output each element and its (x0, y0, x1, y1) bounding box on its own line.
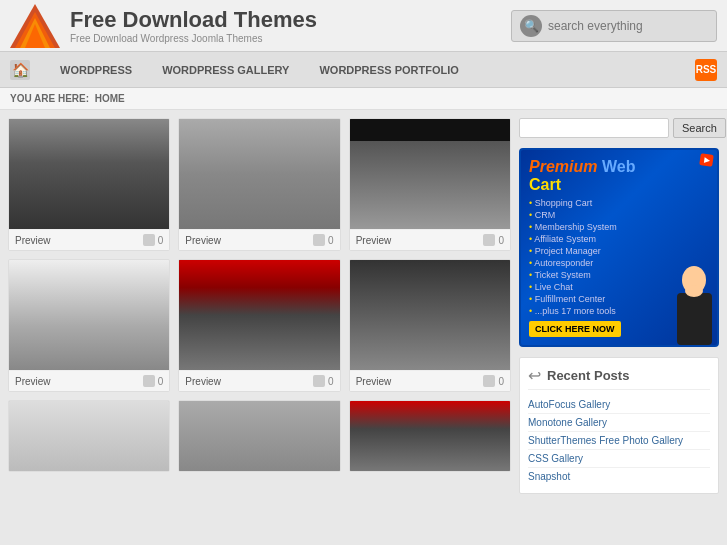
theme-footer-4: Preview 0 (9, 370, 169, 391)
count-icon-5 (313, 375, 325, 387)
search-area: 🔍 (511, 10, 717, 42)
main: Preview 0 Preview 0 (0, 110, 727, 502)
ad-feature-crm: CRM (529, 209, 709, 221)
logo-icon (10, 4, 60, 48)
recent-post-css[interactable]: CSS Gallery (528, 450, 710, 468)
nav-item-wordpress-portfolio[interactable]: WORDPRESS PORTFOLIO (319, 64, 458, 76)
site-subtitle: Free Download Wordpress Joomla Themes (70, 33, 511, 44)
nav-item-wordpress-gallery[interactable]: WORDPRESS GALLERY (162, 64, 289, 76)
recent-posts-header: ↩ Recent Posts (528, 366, 710, 390)
count-icon-2 (313, 234, 325, 246)
nav-item-wordpress[interactable]: WORDPRESS (60, 64, 132, 76)
sidebar-search-button[interactable]: Search (673, 118, 726, 138)
recent-posts-icon: ↩ (528, 366, 541, 385)
count-icon-1 (143, 234, 155, 246)
sidebar-search-box: Search (519, 118, 719, 138)
theme-card-4: Preview 0 (8, 259, 170, 392)
rss-icon[interactable]: RSS (695, 59, 717, 81)
preview-label-3[interactable]: Preview (356, 235, 392, 246)
home-icon[interactable]: 🏠 (10, 60, 30, 80)
preview-label-2[interactable]: Preview (185, 235, 221, 246)
preview-count-5: 0 (313, 375, 334, 387)
recent-post-autofocus[interactable]: AutoFocus Gallery (528, 396, 710, 414)
theme-thumb-4 (9, 260, 169, 370)
sidebar-search-input[interactable] (519, 118, 669, 138)
ad-feature-project-manager: Project Manager (529, 245, 709, 257)
svg-point-6 (685, 285, 703, 297)
theme-card-1: Preview 0 (8, 118, 170, 251)
preview-count-2: 0 (313, 234, 334, 246)
count-icon-4 (143, 375, 155, 387)
theme-footer-2: Preview 0 (179, 229, 339, 250)
ad-feature-shopping-cart: Shopping Cart (529, 197, 709, 209)
ad-person-image (667, 265, 719, 345)
svg-rect-5 (677, 293, 712, 345)
nav: 🏠 WORDPRESS WORDPRESS GALLERY WORDPRESS … (0, 52, 727, 88)
theme-thumb-7 (9, 401, 169, 471)
theme-card-2: Preview 0 (178, 118, 340, 251)
header: Free Download Themes Free Download Wordp… (0, 0, 727, 52)
theme-card-8 (178, 400, 340, 472)
recent-post-monotone[interactable]: Monotone Gallery (528, 414, 710, 432)
preview-count-1: 0 (143, 234, 164, 246)
theme-thumb-5 (179, 260, 339, 370)
ad-feature-membership: Membership System (529, 221, 709, 233)
count-icon-3 (483, 234, 495, 246)
preview-label-5[interactable]: Preview (185, 376, 221, 387)
logo-text-block: Free Download Themes Free Download Wordp… (70, 7, 511, 44)
theme-card-9 (349, 400, 511, 472)
breadcrumb-prefix: YOU ARE HERE: (10, 93, 89, 104)
theme-footer-6: Preview 0 (350, 370, 510, 391)
breadcrumb-current: HOME (95, 93, 125, 104)
theme-thumb-6 (350, 260, 510, 370)
breadcrumb: YOU ARE HERE: HOME (0, 88, 727, 110)
ad-cta-button[interactable]: CLICK HERE NOW (529, 321, 621, 337)
theme-card-7 (8, 400, 170, 472)
theme-footer-1: Preview 0 (9, 229, 169, 250)
preview-label-6[interactable]: Preview (356, 376, 392, 387)
search-everything-input[interactable] (548, 19, 708, 33)
preview-count-3: 0 (483, 234, 504, 246)
content: Preview 0 Preview 0 (8, 118, 511, 494)
theme-card-5: Preview 0 (178, 259, 340, 392)
ad-ribbon: ▶ (699, 153, 714, 167)
theme-thumb-8 (179, 401, 339, 471)
recent-post-snapshot[interactable]: Snapshot (528, 468, 710, 485)
theme-footer-5: Preview 0 (179, 370, 339, 391)
search-icon: 🔍 (520, 15, 542, 37)
ad-banner-title: Premium WebCart (529, 158, 709, 193)
count-icon-6 (483, 375, 495, 387)
theme-thumb-9 (350, 401, 510, 471)
preview-label-1[interactable]: Preview (15, 235, 51, 246)
preview-label-4[interactable]: Preview (15, 376, 51, 387)
theme-card-6: Preview 0 (349, 259, 511, 392)
sidebar: Search ▶ Premium WebCart Shopping Cart C… (519, 118, 719, 494)
theme-thumb-1 (9, 119, 169, 229)
recent-posts: ↩ Recent Posts AutoFocus Gallery Monoton… (519, 357, 719, 494)
theme-card-3: Preview 0 (349, 118, 511, 251)
recent-post-shutterthemes[interactable]: ShutterThemes Free Photo Gallery (528, 432, 710, 450)
site-title: Free Download Themes (70, 7, 511, 33)
ad-banner[interactable]: ▶ Premium WebCart Shopping Cart CRM Memb… (519, 148, 719, 347)
theme-thumb-3 (350, 119, 510, 229)
theme-thumb-2 (179, 119, 339, 229)
theme-footer-3: Preview 0 (350, 229, 510, 250)
preview-count-6: 0 (483, 375, 504, 387)
ad-feature-affiliate: Affiliate System (529, 233, 709, 245)
recent-posts-title: Recent Posts (547, 368, 629, 383)
theme-grid: Preview 0 Preview 0 (8, 118, 511, 472)
preview-count-4: 0 (143, 375, 164, 387)
